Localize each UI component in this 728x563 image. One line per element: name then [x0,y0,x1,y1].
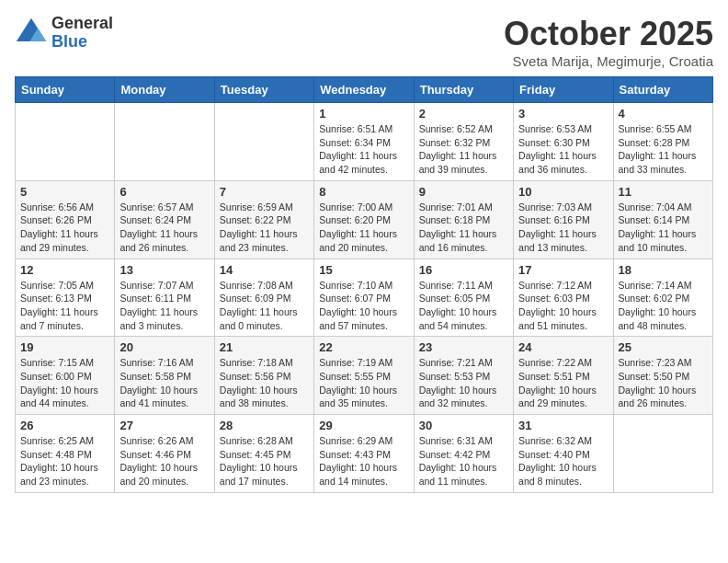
day-info: Sunrise: 7:07 AM Sunset: 6:11 PM Dayligh… [119,279,209,333]
day-info: Sunrise: 7:01 AM Sunset: 6:18 PM Dayligh… [419,201,508,255]
day-number: 19 [20,340,109,354]
calendar-cell: 27Sunrise: 6:26 AM Sunset: 4:46 PM Dayli… [115,415,214,493]
day-info: Sunrise: 7:14 AM Sunset: 6:02 PM Dayligh… [619,279,708,333]
weekday-header-thursday: Thursday [414,77,513,103]
calendar-cell: 17Sunrise: 7:12 AM Sunset: 6:03 PM Dayli… [514,259,613,337]
weekday-header-saturday: Saturday [613,77,712,103]
day-info: Sunrise: 7:19 AM Sunset: 5:55 PM Dayligh… [319,356,408,410]
day-info: Sunrise: 7:15 AM Sunset: 6:00 PM Dayligh… [20,356,109,410]
calendar-cell: 10Sunrise: 7:03 AM Sunset: 6:16 PM Dayli… [514,180,613,259]
calendar-cell: 23Sunrise: 7:21 AM Sunset: 5:53 PM Dayli… [414,337,513,415]
calendar-cell: 11Sunrise: 7:04 AM Sunset: 6:14 PM Dayli… [613,180,712,259]
day-number: 16 [419,263,508,277]
calendar-cell: 20Sunrise: 7:16 AM Sunset: 5:58 PM Dayli… [115,337,214,415]
day-info: Sunrise: 7:11 AM Sunset: 6:05 PM Dayligh… [419,279,508,333]
day-number: 31 [518,419,608,432]
title-block: October 2025 Sveta Marija, Megimurje, Cr… [504,15,713,69]
day-info: Sunrise: 7:18 AM Sunset: 5:56 PM Dayligh… [220,356,309,410]
day-number: 7 [220,185,309,199]
week-row-1: 1Sunrise: 6:51 AM Sunset: 6:34 PM Daylig… [16,103,713,181]
day-number: 9 [419,185,508,199]
day-number: 6 [119,185,209,199]
day-info: Sunrise: 6:55 AM Sunset: 6:28 PM Dayligh… [619,122,708,177]
calendar-cell: 2Sunrise: 6:52 AM Sunset: 6:32 PM Daylig… [414,103,513,181]
day-number: 22 [319,340,408,354]
day-number: 23 [419,340,508,354]
day-number: 20 [119,340,209,354]
calendar-cell: 14Sunrise: 7:08 AM Sunset: 6:09 PM Dayli… [214,259,313,337]
day-info: Sunrise: 6:28 AM Sunset: 4:45 PM Dayligh… [220,434,309,488]
day-number: 24 [518,340,608,354]
calendar-cell: 4Sunrise: 6:55 AM Sunset: 6:28 PM Daylig… [613,103,712,181]
calendar-cell: 9Sunrise: 7:01 AM Sunset: 6:18 PM Daylig… [414,180,513,259]
page-header: General Blue October 2025 Sveta Marija, … [15,15,713,69]
calendar-cell: 15Sunrise: 7:10 AM Sunset: 6:07 PM Dayli… [314,259,414,337]
day-number: 25 [619,340,708,354]
day-info: Sunrise: 6:53 AM Sunset: 6:30 PM Dayligh… [518,122,608,177]
day-number: 21 [220,340,309,354]
day-number: 18 [619,263,708,277]
day-number: 10 [518,185,608,199]
day-info: Sunrise: 6:52 AM Sunset: 6:32 PM Dayligh… [419,122,508,177]
weekday-header-friday: Friday [514,77,613,103]
day-info: Sunrise: 6:56 AM Sunset: 6:26 PM Dayligh… [20,201,109,255]
calendar-cell: 31Sunrise: 6:32 AM Sunset: 4:40 PM Dayli… [514,415,613,493]
weekday-header-sunday: Sunday [16,77,115,103]
day-info: Sunrise: 6:32 AM Sunset: 4:40 PM Dayligh… [518,434,608,488]
location-text: Sveta Marija, Megimurje, Croatia [504,53,713,69]
day-info: Sunrise: 6:51 AM Sunset: 6:34 PM Dayligh… [319,122,408,177]
calendar-cell: 3Sunrise: 6:53 AM Sunset: 6:30 PM Daylig… [514,103,613,181]
calendar-cell: 5Sunrise: 6:56 AM Sunset: 6:26 PM Daylig… [16,180,115,259]
day-info: Sunrise: 7:21 AM Sunset: 5:53 PM Dayligh… [419,356,508,410]
calendar-cell: 29Sunrise: 6:29 AM Sunset: 4:43 PM Dayli… [314,415,414,493]
calendar-cell [16,103,115,181]
day-number: 2 [419,107,508,121]
calendar-cell: 21Sunrise: 7:18 AM Sunset: 5:56 PM Dayli… [214,337,313,415]
day-number: 12 [20,263,109,277]
day-number: 15 [319,263,408,277]
logo-general-text: General [51,15,113,33]
calendar-cell: 25Sunrise: 7:23 AM Sunset: 5:50 PM Dayli… [613,337,712,415]
calendar-cell: 12Sunrise: 7:05 AM Sunset: 6:13 PM Dayli… [16,259,115,337]
logo-text: General Blue [51,15,113,52]
weekday-header-tuesday: Tuesday [214,77,313,103]
calendar-cell: 18Sunrise: 7:14 AM Sunset: 6:02 PM Dayli… [613,259,712,337]
weekday-header-wednesday: Wednesday [314,77,414,103]
calendar-cell: 24Sunrise: 7:22 AM Sunset: 5:51 PM Dayli… [514,337,613,415]
calendar-cell [214,103,313,181]
day-number: 28 [220,419,309,432]
calendar-cell [115,103,214,181]
calendar-cell: 7Sunrise: 6:59 AM Sunset: 6:22 PM Daylig… [214,180,313,259]
day-info: Sunrise: 7:12 AM Sunset: 6:03 PM Dayligh… [518,279,608,333]
calendar-cell: 26Sunrise: 6:25 AM Sunset: 4:48 PM Dayli… [16,415,115,493]
day-info: Sunrise: 7:00 AM Sunset: 6:20 PM Dayligh… [319,201,408,255]
calendar-cell: 28Sunrise: 6:28 AM Sunset: 4:45 PM Dayli… [214,415,313,493]
calendar-cell: 22Sunrise: 7:19 AM Sunset: 5:55 PM Dayli… [314,337,414,415]
day-number: 1 [319,107,408,121]
day-number: 26 [20,419,109,432]
day-info: Sunrise: 6:29 AM Sunset: 4:43 PM Dayligh… [319,434,408,488]
week-row-3: 12Sunrise: 7:05 AM Sunset: 6:13 PM Dayli… [16,259,713,337]
calendar-table: SundayMondayTuesdayWednesdayThursdayFrid… [15,76,713,493]
week-row-4: 19Sunrise: 7:15 AM Sunset: 6:00 PM Dayli… [16,337,713,415]
day-info: Sunrise: 7:23 AM Sunset: 5:50 PM Dayligh… [619,356,708,410]
day-number: 29 [319,419,408,432]
calendar-cell: 6Sunrise: 6:57 AM Sunset: 6:24 PM Daylig… [115,180,214,259]
calendar-cell: 8Sunrise: 7:00 AM Sunset: 6:20 PM Daylig… [314,180,414,259]
day-info: Sunrise: 6:31 AM Sunset: 4:42 PM Dayligh… [419,434,508,488]
day-number: 30 [419,419,508,432]
day-info: Sunrise: 6:59 AM Sunset: 6:22 PM Dayligh… [220,201,309,255]
day-info: Sunrise: 6:26 AM Sunset: 4:46 PM Dayligh… [119,434,209,488]
logo: General Blue [15,15,113,52]
weekday-header-monday: Monday [115,77,214,103]
day-info: Sunrise: 7:04 AM Sunset: 6:14 PM Dayligh… [619,201,708,255]
day-info: Sunrise: 7:08 AM Sunset: 6:09 PM Dayligh… [220,279,309,333]
day-info: Sunrise: 7:05 AM Sunset: 6:13 PM Dayligh… [20,279,109,333]
day-info: Sunrise: 7:16 AM Sunset: 5:58 PM Dayligh… [119,356,209,410]
calendar-cell: 13Sunrise: 7:07 AM Sunset: 6:11 PM Dayli… [115,259,214,337]
day-number: 17 [518,263,608,277]
logo-icon [15,17,48,50]
calendar-cell: 1Sunrise: 6:51 AM Sunset: 6:34 PM Daylig… [314,103,414,181]
day-info: Sunrise: 7:10 AM Sunset: 6:07 PM Dayligh… [319,279,408,333]
day-number: 14 [220,263,309,277]
